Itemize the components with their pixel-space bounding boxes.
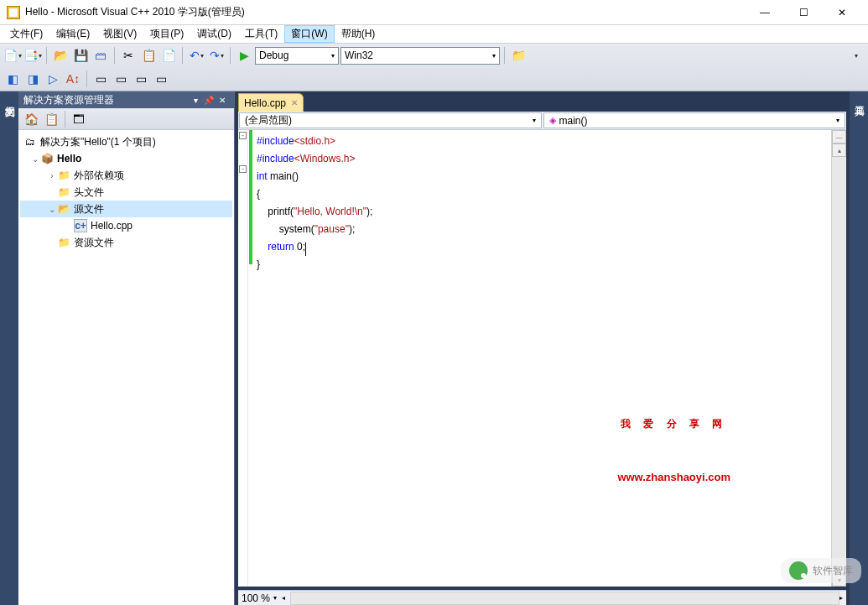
save-button[interactable]: 💾 [71, 46, 90, 65]
code-text[interactable]: #include<stdio.h> #include<Windows.h> in… [253, 130, 831, 587]
menu-debug[interactable]: 调试(D) [190, 25, 238, 43]
folder-icon: 📁 [57, 185, 70, 199]
toolbar-overflow-button[interactable]: ▾ [846, 46, 865, 65]
watermark: 我 爱 分 享 网 www.zhanshaoyi.com [617, 382, 730, 519]
vertical-scrollbar[interactable]: — ▴ ▾ [831, 130, 846, 587]
open-button[interactable]: 📂 [51, 46, 70, 65]
outline-collapse-icon[interactable]: - [239, 132, 247, 139]
new-project-button[interactable]: 📄▾ [3, 46, 22, 65]
scroll-up-button[interactable]: ▴ [832, 143, 846, 157]
solution-explorer: 解决方案资源管理器 ▾ 📌 ✕ 🏠 📋 🗔 🗂 解决方案"Hello"(1 个项… [18, 91, 235, 605]
paste-button[interactable]: 📄 [159, 46, 178, 65]
config-combo[interactable]: Debug▾ [255, 47, 339, 65]
editor-area: Hello.cpp ✕ (全局范围)▾ ◈ main()▾ - - #inclu… [235, 91, 850, 605]
copy-button[interactable]: 📋 [139, 46, 158, 65]
scroll-left-button[interactable]: ◂ [282, 594, 285, 602]
menu-window[interactable]: 窗口(W) [284, 25, 334, 43]
tb2-btn2[interactable]: ◨ [23, 70, 42, 88]
cut-button[interactable]: ✂ [119, 46, 138, 65]
title-bar: Hello - Microsoft Visual C++ 2010 学习版(管理… [0, 0, 868, 25]
tb2-btn5[interactable]: ▭ [91, 70, 110, 88]
start-debug-button[interactable]: ▶ [235, 46, 253, 65]
tree-resources[interactable]: 📁 资源文件 [20, 234, 232, 251]
maximize-button[interactable]: ☐ [784, 0, 823, 25]
menu-help[interactable]: 帮助(H) [335, 25, 382, 43]
menu-view[interactable]: 视图(V) [96, 25, 143, 43]
tree-source-file[interactable]: c+ Hello.cpp [20, 217, 232, 234]
tab-strip: Hello.cpp ✕ [235, 91, 850, 112]
tb2-btn1[interactable]: ◧ [3, 70, 22, 88]
tree-external-deps[interactable]: › 📁 外部依赖项 [20, 167, 232, 184]
menu-file[interactable]: 文件(F) [3, 25, 49, 43]
folder-icon: 📁 [57, 236, 70, 249]
logo-icon [789, 561, 808, 580]
scope-combo[interactable]: (全局范围)▾ [239, 112, 542, 128]
undo-button[interactable]: ↶▾ [187, 46, 205, 65]
close-button[interactable]: ✕ [823, 0, 861, 25]
tb2-btn7[interactable]: ▭ [132, 70, 150, 88]
tree-solution-root[interactable]: 🗂 解决方案"Hello"(1 个项目) [20, 133, 232, 150]
tree-project[interactable]: ⌄ 📦 Hello [20, 150, 232, 167]
window-title: Hello - Microsoft Visual C++ 2010 学习版(管理… [25, 5, 746, 19]
cpp-file-icon: c+ [74, 219, 87, 232]
app-icon [7, 6, 20, 19]
tab-close-icon[interactable]: ✕ [291, 98, 298, 107]
scroll-right-button[interactable]: ▸ [839, 594, 843, 602]
save-all-button[interactable]: 🗃 [91, 46, 110, 65]
toolbar-area: 📄▾ 📑▾ 📂 💾 🗃 ✂ 📋 📄 ↶▾ ↷▾ ▶ Debug▾ Win32▾ … [0, 44, 868, 91]
main-area: 文档大纲 解决方案资源管理器 ▾ 📌 ✕ 🏠 📋 🗔 🗂 解决方案"Hello"… [0, 91, 868, 605]
solution-explorer-header: 解决方案资源管理器 ▾ 📌 ✕ [18, 91, 234, 108]
platform-combo[interactable]: Win32▾ [340, 47, 500, 65]
menu-project[interactable]: 项目(P) [143, 25, 190, 43]
expand-icon[interactable]: › [47, 171, 57, 180]
editor-footer: 100 % ▾ ◂ ▸ [238, 590, 846, 605]
method-icon: ◈ [549, 115, 556, 126]
expand-icon[interactable]: ⌄ [30, 154, 40, 164]
folder-open-icon: 📂 [57, 202, 70, 216]
menu-tools[interactable]: 工具(T) [238, 25, 284, 43]
panel-pin-button[interactable]: 📌 [202, 93, 216, 107]
nav-bar: (全局范围)▾ ◈ main()▾ [238, 112, 846, 130]
solution-toolbar: 🏠 📋 🗔 [18, 108, 234, 130]
minimize-button[interactable]: — [746, 0, 784, 25]
left-side-tab[interactable]: 文档大纲 [0, 91, 18, 605]
menu-bar: 文件(F) 编辑(E) 视图(V) 项目(P) 调试(D) 工具(T) 窗口(W… [0, 25, 868, 44]
tb2-btn6[interactable]: ▭ [112, 70, 130, 88]
change-mark [249, 130, 252, 264]
folder-icon: 📁 [57, 169, 70, 182]
tree-sources[interactable]: ⌄ 📂 源文件 [20, 201, 232, 217]
add-item-button[interactable]: 📑▾ [23, 46, 42, 65]
horizontal-scrollbar[interactable] [290, 592, 839, 605]
solution-explorer-title: 解决方案资源管理器 [23, 93, 114, 107]
outline-gutter: - - [238, 130, 248, 587]
sol-tb-home[interactable]: 🏠 [22, 110, 40, 128]
project-icon: 📦 [40, 152, 54, 165]
bottom-logo: 软件智库 [781, 558, 861, 583]
panel-close-button[interactable]: ✕ [216, 93, 229, 107]
sol-tb-refresh[interactable]: 📋 [42, 110, 60, 128]
code-editor[interactable]: - - #include<stdio.h> #include<Windows.h… [238, 130, 846, 587]
menu-edit[interactable]: 编辑(E) [49, 25, 96, 43]
right-side-tab[interactable]: 工具箱 [850, 91, 868, 605]
solution-icon: 🗂 [23, 135, 37, 149]
tb2-btn3[interactable]: ▷ [44, 70, 62, 88]
zoom-level[interactable]: 100 % [242, 592, 270, 604]
solution-tree: 🗂 解决方案"Hello"(1 个项目) ⌄ 📦 Hello › 📁 外部依赖项… [18, 130, 234, 605]
member-combo[interactable]: ◈ main()▾ [543, 112, 846, 128]
file-tab-hello[interactable]: Hello.cpp ✕ [238, 93, 304, 112]
tb2-btn8[interactable]: ▭ [152, 70, 170, 88]
tree-headers[interactable]: 📁 头文件 [20, 184, 232, 201]
redo-button[interactable]: ↷▾ [207, 46, 226, 65]
panel-dropdown-button[interactable]: ▾ [189, 93, 202, 107]
find-button[interactable]: 📁 [509, 46, 528, 65]
sol-tb-properties[interactable]: 🗔 [70, 110, 88, 128]
expand-icon[interactable]: ⌄ [47, 205, 57, 214]
tb2-btn4[interactable]: A↕ [64, 70, 82, 88]
split-button[interactable]: — [832, 130, 846, 143]
outline-collapse-icon[interactable]: - [239, 165, 247, 173]
